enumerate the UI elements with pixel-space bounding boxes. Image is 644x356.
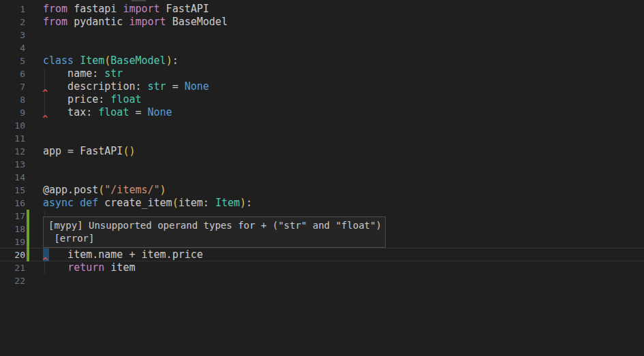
- code-line-9[interactable]: tax: float = None: [43, 106, 172, 119]
- code-line-5[interactable]: class Item(BaseModel):: [43, 54, 179, 67]
- diagnostic-severity: [error]: [48, 232, 380, 245]
- code-token: ): [160, 184, 166, 196]
- error-caret-icon: ^: [42, 257, 48, 265]
- code-token: pydantic: [67, 16, 129, 28]
- code-token: BaseModel: [166, 16, 228, 28]
- code-token: from: [43, 3, 67, 15]
- code-token: class: [43, 54, 74, 67]
- code-token: fastapi: [67, 3, 123, 15]
- code-token: item.name + item.price: [43, 248, 203, 261]
- code-token: =: [166, 80, 185, 93]
- code-token: ): [240, 197, 246, 209]
- code-token: str: [104, 67, 123, 80]
- code-token: Item: [215, 197, 240, 209]
- code-token: Item: [80, 54, 104, 67]
- clipped-ui-artifact: [132, 0, 146, 1]
- code-area: from fastapi import FastAPIfrom pydantic…: [0, 0, 644, 356]
- code-token: description:: [43, 80, 148, 93]
- code-token: item:: [179, 197, 215, 209]
- code-line-20[interactable]: item.name + item.price: [43, 248, 203, 261]
- code-line-12[interactable]: app = FastAPI(): [43, 145, 135, 158]
- code-token: float: [110, 93, 141, 106]
- code-token: item: [104, 261, 135, 274]
- code-line-2[interactable]: from pydantic import BaseModel: [43, 16, 228, 29]
- code-token: return: [67, 261, 104, 274]
- code-token: [74, 54, 80, 67]
- code-token: @app.post: [43, 184, 98, 196]
- code-token: =: [129, 106, 147, 118]
- code-line-8[interactable]: price: float: [43, 93, 142, 106]
- code-token: ): [166, 54, 172, 67]
- code-token: :: [246, 197, 252, 209]
- code-token: tax:: [43, 106, 98, 118]
- code-token: create_item: [98, 197, 172, 209]
- code-line-15[interactable]: @app.post("/items/"): [43, 184, 166, 197]
- code-token: name:: [43, 67, 104, 80]
- code-token: float: [98, 106, 129, 118]
- code-editor[interactable]: ^^^ 12345678910111213141516171819202122 …: [0, 0, 644, 356]
- code-token: None: [148, 106, 172, 118]
- code-token: async def: [43, 197, 98, 209]
- code-token: (: [172, 197, 179, 209]
- code-token: (: [98, 184, 104, 196]
- code-token: "/items/": [104, 184, 159, 196]
- code-token: None: [185, 80, 209, 93]
- code-token: import: [123, 3, 159, 15]
- code-token: app = FastAPI: [43, 145, 123, 157]
- code-token: (): [123, 145, 135, 157]
- diagnostic-message: [mypy] Unsupported operand types for + (…: [48, 219, 380, 232]
- error-caret-icon: ^: [42, 89, 48, 97]
- code-token: from: [43, 16, 67, 28]
- code-line-16[interactable]: async def create_item(item: Item):: [43, 197, 252, 210]
- code-token: (: [104, 54, 110, 67]
- code-token: BaseModel: [110, 54, 166, 67]
- code-token: price:: [43, 93, 110, 106]
- code-token: :: [172, 54, 179, 67]
- code-line-7[interactable]: description: str = None: [43, 80, 209, 93]
- code-line-6[interactable]: name: str: [43, 67, 123, 80]
- code-line-1[interactable]: from fastapi import FastAPI: [43, 3, 209, 16]
- code-line-21[interactable]: return item: [43, 261, 135, 274]
- code-token: str: [148, 80, 166, 93]
- error-caret-icon: ^: [42, 115, 48, 123]
- code-token: import: [129, 16, 166, 28]
- diagnostic-popup: [mypy] Unsupported operand types for + (…: [43, 216, 386, 248]
- code-token: FastAPI: [160, 3, 209, 15]
